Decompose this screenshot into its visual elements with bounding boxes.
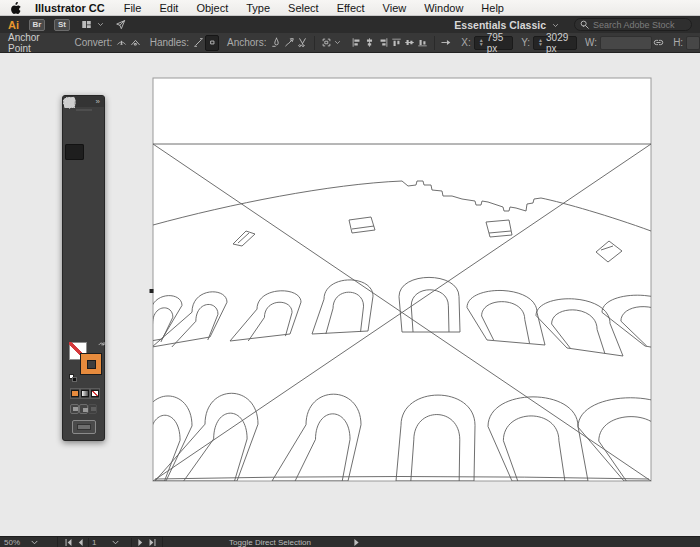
panel-grip[interactable] — [76, 109, 92, 111]
tool-shape-builder[interactable] — [65, 240, 84, 256]
chevron-down-icon[interactable] — [333, 38, 342, 47]
x-field[interactable]: ▲▼795 px — [474, 36, 513, 50]
tool-rectangle[interactable] — [65, 176, 84, 192]
tool-eyedropper[interactable] — [65, 272, 84, 288]
show-handles-icon[interactable] — [192, 35, 205, 51]
y-field[interactable]: ▲▼3029 px — [533, 36, 577, 50]
tool-mesh[interactable] — [65, 256, 84, 272]
menu-item-file[interactable]: File — [115, 2, 151, 14]
tool-line-segment[interactable] — [84, 160, 103, 176]
stock-button[interactable]: St — [54, 19, 70, 31]
tool-type[interactable]: T — [65, 160, 84, 176]
menu-item-object[interactable]: Object — [187, 2, 237, 14]
tool-perspective-grid[interactable] — [84, 240, 103, 256]
draw-normal-button[interactable] — [70, 404, 79, 414]
share-icon[interactable] — [113, 18, 128, 31]
tool-symbol-sprayer[interactable] — [65, 288, 84, 304]
draw-mode-buttons — [70, 404, 97, 414]
arrange-documents-icon[interactable] — [79, 18, 94, 31]
hide-handles-icon[interactable] — [205, 35, 219, 51]
h-field[interactable] — [686, 36, 700, 50]
draw-behind-button[interactable] — [79, 404, 88, 414]
status-menu-icon[interactable] — [351, 537, 362, 547]
tool-pen[interactable] — [65, 144, 84, 160]
tool-scale[interactable] — [84, 208, 103, 224]
apple-icon[interactable] — [10, 2, 21, 14]
align-right-icon[interactable] — [376, 35, 389, 51]
cut-path-icon[interactable] — [296, 35, 309, 51]
link-icon[interactable] — [652, 35, 665, 51]
tool-eraser[interactable] — [84, 192, 103, 208]
connect-path-icon[interactable] — [283, 35, 296, 51]
menu-item-window[interactable]: Window — [415, 2, 472, 14]
menu-item-help[interactable]: Help — [472, 2, 513, 14]
bridge-button[interactable]: Br — [29, 19, 45, 31]
tool-lasso[interactable] — [84, 128, 103, 144]
tool-zoom[interactable] — [84, 320, 103, 336]
zoom-level-value: 50% — [4, 538, 29, 547]
tool-column-graph[interactable] — [84, 288, 103, 304]
stepper-icon[interactable]: ▲▼ — [538, 39, 543, 45]
gradient-button[interactable] — [80, 388, 90, 399]
menu-item-edit[interactable]: Edit — [150, 2, 187, 14]
chevron-down-icon[interactable] — [96, 20, 105, 29]
menu-item-view[interactable]: View — [374, 2, 416, 14]
tool-free-transform[interactable] — [84, 224, 103, 240]
next-artboard-icon[interactable] — [134, 537, 146, 547]
align-hcenter-icon[interactable] — [363, 35, 376, 51]
artboard-number-field[interactable]: 1 — [88, 538, 132, 547]
align-left-icon[interactable] — [350, 35, 363, 51]
handles-label: Handles: — [150, 37, 189, 48]
menu-item-type[interactable]: Type — [237, 2, 279, 14]
fill-stroke-control — [69, 340, 98, 384]
first-artboard-icon[interactable] — [62, 537, 74, 547]
stroke-swatch[interactable] — [80, 353, 102, 375]
tool-gradient[interactable] — [84, 256, 103, 272]
draw-inside-button — [88, 404, 97, 414]
chevron-down-icon — [29, 537, 54, 547]
screen-mode-button[interactable] — [72, 420, 96, 434]
search-input[interactable] — [590, 20, 687, 30]
color-button[interactable] — [70, 388, 80, 399]
none-button[interactable] — [90, 388, 100, 399]
previous-artboard-icon[interactable] — [74, 537, 86, 547]
remove-anchor-icon[interactable] — [269, 35, 282, 51]
tool-paintbrush[interactable] — [84, 176, 103, 192]
align-top-icon[interactable] — [390, 35, 403, 51]
stepper-icon[interactable]: ▲▼ — [479, 39, 484, 45]
tool-curvature[interactable] — [84, 144, 103, 160]
illustrator-window: Illustrator CC File Edit Object Type Sel… — [0, 0, 700, 547]
default-fill-stroke-icon[interactable] — [69, 374, 78, 383]
workspace-switcher[interactable]: Essentials Classic — [454, 19, 560, 31]
convert-corner-icon[interactable] — [128, 35, 141, 51]
menu-item-effect[interactable]: Effect — [328, 2, 374, 14]
canvas[interactable]: ✕ » T — [0, 53, 700, 536]
tool-blend[interactable] — [84, 272, 103, 288]
tools-panel: ✕ » T — [62, 95, 105, 441]
tool-artboard[interactable] — [65, 304, 84, 320]
menu-item-select[interactable]: Select — [279, 2, 328, 14]
align-vcenter-icon[interactable] — [403, 35, 416, 51]
chevron-down-icon — [110, 537, 128, 547]
control-bar: Anchor Point Convert: Handles: Anchors: … — [0, 33, 700, 53]
w-field[interactable] — [600, 36, 652, 50]
tool-pencil[interactable] — [65, 192, 84, 208]
isolate-icon[interactable] — [320, 35, 333, 51]
tool-direct-selection[interactable] — [65, 112, 84, 128]
last-artboard-icon[interactable] — [146, 537, 158, 547]
expand-panel-icon[interactable]: » — [96, 98, 100, 106]
menu-app-name[interactable]: Illustrator CC — [35, 2, 105, 14]
tool-hand[interactable] — [65, 320, 84, 336]
artboard-navigation: 1 — [58, 537, 163, 547]
tool-magic-wand[interactable] — [65, 128, 84, 144]
tool-selection[interactable] — [84, 112, 103, 128]
stock-search[interactable] — [574, 18, 692, 31]
tool-width[interactable] — [65, 224, 84, 240]
convert-smooth-icon[interactable] — [115, 35, 128, 51]
align-bottom-icon[interactable] — [416, 35, 429, 51]
zoom-level-select[interactable]: 50% — [0, 537, 58, 547]
h-label: H: — [673, 37, 683, 48]
tool-rotate[interactable] — [65, 208, 84, 224]
tool-slice[interactable] — [84, 304, 103, 320]
workspace-label: Essentials Classic — [454, 19, 546, 31]
